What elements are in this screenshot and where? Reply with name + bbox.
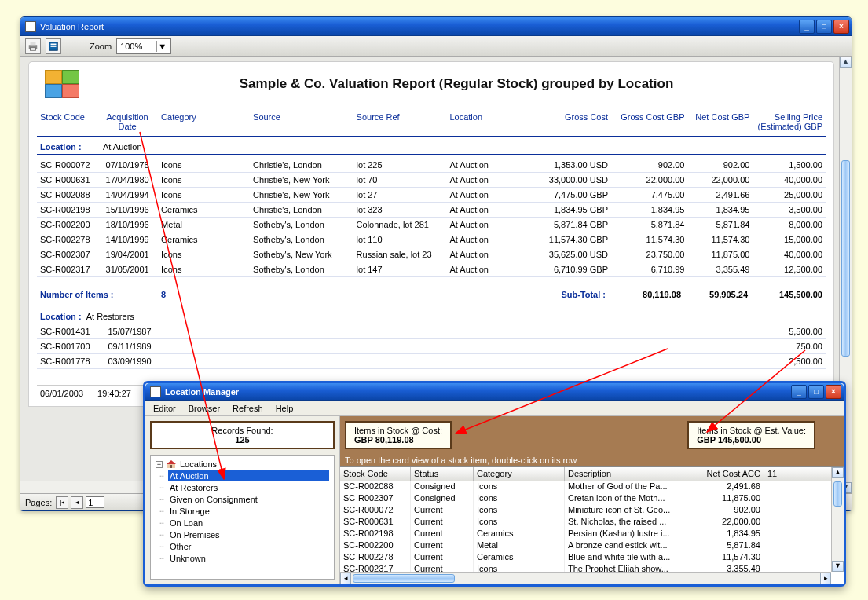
gridcol-status[interactable]: Status	[411, 467, 474, 481]
tree-item[interactable]: At Restorers	[168, 482, 329, 493]
grid-row[interactable]: SC-R000631CurrentIconsSt. Nicholas, the …	[340, 517, 831, 529]
cell-code: SC-R001700	[37, 342, 98, 351]
cell-gross: 7,475.00 GBP	[527, 190, 611, 199]
grid-cell-desc: Miniature icon of St. Geo...	[565, 505, 690, 517]
menu-refresh[interactable]: Refresh	[228, 403, 268, 414]
cell-net: 3,355.49	[687, 265, 753, 274]
tree-root-label[interactable]: Locations	[180, 459, 217, 469]
grid-row[interactable]: SC-R002198CurrentCeramicsPersian (Kashan…	[340, 529, 831, 540]
cell-date: 31/05/2001	[97, 265, 158, 274]
grid-row[interactable]: SC-R002278CurrentCeramicsBlue and white …	[340, 552, 831, 564]
cell-date: 19/04/2001	[97, 250, 158, 259]
grid-cell-net: 22,000.00	[690, 517, 764, 529]
footer-date: 06/01/2003	[40, 389, 83, 398]
grid-scroll-left-icon[interactable]: ◂	[340, 573, 351, 584]
gridcol-stockcode[interactable]: Stock Code	[340, 467, 411, 481]
tree-item[interactable]: At Auction	[168, 470, 329, 481]
export-button[interactable]	[46, 38, 61, 54]
cell-cat: Ceramics	[158, 235, 250, 244]
group-header-2: Location : At Restorers	[40, 312, 826, 321]
menu-editor[interactable]: Editor	[148, 403, 181, 414]
cell-gross: 35,625.00 USD	[527, 250, 611, 259]
tree-item[interactable]: Given on Consignment	[168, 494, 329, 505]
subtotal-sell: 145,500.00	[751, 287, 826, 302]
zoom-select[interactable]: 100% ▼	[116, 38, 171, 54]
cell-src: Sotheby's, London	[250, 235, 353, 244]
cell-date: 14/04/1994	[97, 190, 158, 199]
cell-ref: lot 147	[353, 265, 447, 274]
grid-scroll-right-icon[interactable]: ▸	[820, 573, 831, 584]
grid-row[interactable]: SC-R002200CurrentMetalA bronze candlesti…	[340, 540, 831, 552]
scroll-up-icon[interactable]: ▲	[840, 57, 852, 68]
scroll-thumb[interactable]	[841, 160, 850, 357]
grid-scroll-up-icon[interactable]: ▲	[832, 467, 844, 478]
tree-item[interactable]: Unknown	[168, 553, 329, 564]
close-button[interactable]: ×	[833, 20, 849, 34]
gridcol-netcost[interactable]: Net Cost ACC	[690, 467, 764, 481]
data-row: SC-R00063117/04/1980IconsChristie's, New…	[37, 173, 826, 188]
grid-row[interactable]: SC-R000072CurrentIconsMiniature icon of …	[340, 505, 831, 517]
location-manager-window: Location Manager _ □ × Editor Browser Re…	[143, 381, 846, 587]
gridcol-description[interactable]: Description	[565, 467, 690, 481]
cell-ref: Colonnade, lot 281	[353, 220, 447, 229]
pager-prev-button[interactable]: ◂	[71, 496, 83, 509]
grid-cell-status: Consigned	[411, 481, 474, 493]
grid-cell-net: 2,491.66	[690, 481, 764, 493]
locmgr-maximize-button[interactable]: □	[808, 385, 824, 399]
subtotal-label: Sub-Total :	[535, 290, 606, 299]
cell-loc: At Auction	[446, 220, 526, 229]
cell-ref: lot 70	[353, 175, 447, 185]
gridcol-category[interactable]: Category	[474, 467, 565, 481]
cell-gross: 6,710.99 GBP	[527, 265, 611, 274]
cell-code: SC-R001431	[37, 327, 98, 336]
report-titlebar[interactable]: Valuation Report _ □ ×	[20, 17, 852, 36]
data-row: SC-R00143115/07/19875,500.00	[37, 324, 826, 339]
maximize-button[interactable]: □	[816, 20, 832, 34]
items-count-value: 8	[161, 290, 192, 299]
stock-at-estvalue-box: Items in Stock @ Est. Value: GBP 145,500…	[687, 421, 815, 449]
cell-code: SC-R000072	[37, 160, 97, 170]
pager-input[interactable]	[86, 496, 104, 508]
grid-cell-code: SC-R002198	[340, 529, 411, 540]
cell-loc: At Auction	[446, 205, 526, 214]
cell-ref: lot 323	[353, 205, 447, 214]
cell-net: 22,000.00	[687, 175, 753, 185]
grid-scroll-down-icon[interactable]: ▼	[832, 561, 844, 572]
grid-cell-cat: Ceramics	[474, 529, 565, 540]
grid-scroll-thumb-h[interactable]	[353, 574, 455, 583]
locmgr-minimize-button[interactable]: _	[791, 385, 807, 399]
locmgr-titlebar[interactable]: Location Manager _ □ ×	[145, 383, 844, 401]
menu-browser[interactable]: Browser	[184, 403, 225, 414]
grid-cell-net: 3,355.49	[690, 564, 764, 572]
minimize-button[interactable]: _	[799, 20, 815, 34]
cell-ref: lot 225	[353, 160, 447, 170]
svg-rect-4	[51, 43, 57, 45]
grid-scroll-thumb-v[interactable]	[833, 481, 842, 507]
tree-item[interactable]: In Storage	[168, 506, 329, 517]
cell-loc: At Auction	[446, 250, 526, 259]
tree-collapse-icon[interactable]: −	[156, 461, 163, 468]
cell-gbp: 5,871.84	[611, 220, 687, 229]
grid-cell-cat: Icons	[474, 564, 565, 572]
print-button[interactable]	[25, 38, 41, 54]
grid-horizontal-scrollbar[interactable]: ◂ ▸	[340, 572, 831, 584]
grid-row[interactable]: SC-R002307ConsignedIconsCretan icon of t…	[340, 493, 831, 505]
menu-help[interactable]: Help	[271, 403, 298, 414]
tree-item[interactable]: Other	[168, 541, 329, 552]
cell-net: 5,871.84	[687, 220, 753, 229]
cell-loc: At Auction	[446, 235, 526, 244]
pager-first-button[interactable]: |◂	[56, 496, 68, 509]
locations-tree[interactable]: − Locations At AuctionAt RestorersGiven …	[150, 455, 335, 580]
grid-row[interactable]: SC-R002088ConsignedIconsMother of God of…	[340, 481, 831, 493]
cell-gbp: 23,750.00	[611, 250, 687, 259]
tree-item[interactable]: On Loan	[168, 518, 329, 529]
grid-cell-code: SC-R002317	[340, 564, 411, 572]
grid-row[interactable]: SC-R002317CurrentIconsThe Prophet Elijah…	[340, 564, 831, 572]
grid-vertical-scrollbar[interactable]: ▲ ▼	[831, 467, 844, 572]
cell-src: Christie's, London	[250, 205, 353, 214]
cell-net: 11,875.00	[687, 250, 753, 259]
grid-cell-status: Current	[411, 529, 474, 540]
tree-item[interactable]: On Premises	[168, 529, 329, 540]
locmgr-close-button[interactable]: ×	[826, 385, 841, 399]
cell-code: SC-R000631	[37, 175, 97, 185]
